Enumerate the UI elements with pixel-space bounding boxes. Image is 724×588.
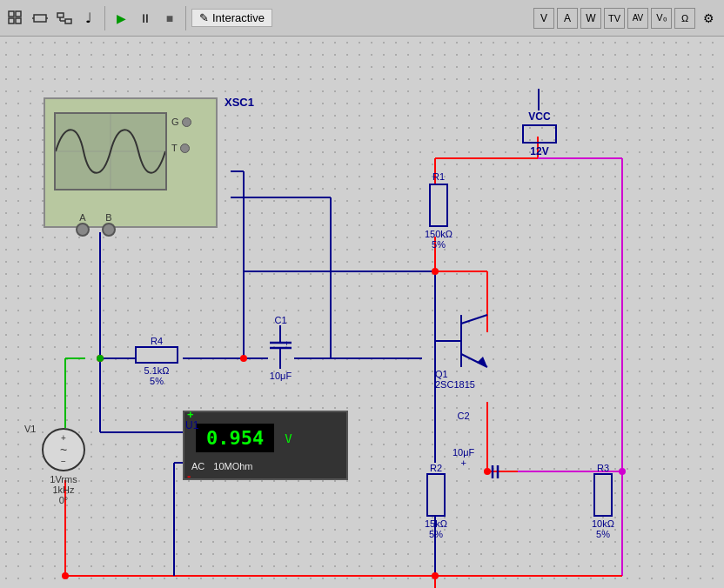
r4-body xyxy=(135,346,178,364)
r4-value: 5.1kΩ xyxy=(135,365,178,376)
c2-value: 10μF xyxy=(452,447,474,458)
v1-vrms: 1Vrms xyxy=(42,474,85,484)
svg-point-59 xyxy=(619,468,626,475)
r3-body xyxy=(593,473,613,517)
xsc1-label: XSC1 xyxy=(225,96,254,109)
svg-point-55 xyxy=(484,468,491,475)
interactive-label: Interactive xyxy=(212,11,265,24)
r3-value: 10kΩ xyxy=(592,518,614,529)
v1-label: V1 xyxy=(24,424,36,434)
xsc1-a-connector[interactable]: A xyxy=(76,212,90,237)
g-connector-dot[interactable] xyxy=(182,117,191,127)
vcc-box xyxy=(522,124,557,144)
svg-point-56 xyxy=(97,355,104,362)
svg-rect-8 xyxy=(65,19,71,23)
xsc1-g-connector[interactable]: G xyxy=(171,117,191,127)
r1-component: R1 150kΩ 5% xyxy=(425,171,452,250)
r2-component: R2 15kΩ 5% xyxy=(425,463,447,539)
u1-display-row: 0.954 V xyxy=(184,412,346,459)
vcc-terminal-line xyxy=(538,89,540,110)
v1-symbol: + ~ − xyxy=(42,428,85,471)
g-label: G xyxy=(171,117,179,127)
u1-minus-terminal: - xyxy=(187,470,191,483)
r3-tolerance: 5% xyxy=(592,529,614,539)
svg-rect-3 xyxy=(16,18,21,23)
c1-label: C1 xyxy=(265,315,296,325)
v1-plus: + xyxy=(61,433,66,443)
r4-tolerance: 5% xyxy=(135,376,178,386)
v1-freq: 1kHz xyxy=(42,484,85,495)
toolbar-gear-icon[interactable]: ⚙ xyxy=(698,8,719,29)
svg-point-58 xyxy=(62,572,69,579)
r1-tolerance: 5% xyxy=(425,239,452,250)
toolbar-v0-icon[interactable]: V₀ xyxy=(651,8,672,29)
q1-symbol xyxy=(435,306,505,376)
toolbar-schematic-icon[interactable] xyxy=(54,8,75,29)
toolbar-v-icon[interactable]: V xyxy=(533,8,554,29)
svg-line-70 xyxy=(461,315,487,324)
waveform-svg xyxy=(56,114,165,189)
toolbar-a-icon[interactable]: A xyxy=(557,8,578,29)
r3-label: R3 xyxy=(592,463,614,473)
r1-body xyxy=(429,184,448,227)
toolbar-right-icons: V A W TV AV V₀ Ω ⚙ xyxy=(533,8,719,29)
toolbar-grid-icon[interactable] xyxy=(5,8,26,29)
v1-phase: 0° xyxy=(42,495,85,505)
r1-label: R1 xyxy=(425,171,452,182)
v1-symbol-inner: + ~ − xyxy=(60,433,67,466)
c2-component: C2 10μF + xyxy=(452,411,474,468)
u1-display-value: 0.954 xyxy=(196,424,274,452)
vcc-label: VCC xyxy=(522,110,557,123)
v1-component: V1 + ~ − 1Vrms 1kHz 0° xyxy=(42,428,85,505)
svg-point-60 xyxy=(97,355,104,362)
u1-label: U1 xyxy=(185,419,198,431)
v1-ac-symbol: ~ xyxy=(60,443,67,457)
circuit-canvas: G T A B XSC1 VCC 12V R1 150kΩ xyxy=(0,37,724,588)
r4-component: R4 5.1kΩ 5% xyxy=(135,336,178,386)
interactive-mode-button[interactable]: ✎ Interactive xyxy=(191,9,272,27)
toolbar-component-icon[interactable] xyxy=(30,8,50,29)
u1-info-row: AC 10MOhm xyxy=(184,459,346,473)
toolbar-pause-icon[interactable]: ⏸ xyxy=(135,8,156,29)
toolbar-w-icon[interactable]: W xyxy=(580,8,601,29)
c2-label: C2 xyxy=(452,411,474,421)
svg-point-53 xyxy=(432,268,439,275)
svg-point-57 xyxy=(432,572,439,579)
toolbar-separator-2 xyxy=(185,6,186,30)
oscilloscope-xsc1[interactable]: G T A B xyxy=(44,97,218,228)
u1-mode: AC xyxy=(191,461,204,471)
xsc1-b-connector[interactable]: B xyxy=(102,212,116,237)
vcc-component: VCC 12V xyxy=(522,110,557,157)
svg-rect-4 xyxy=(34,15,46,22)
u1-voltmeter: 0.954 V AC 10MOhm + - xyxy=(183,411,348,480)
u1-impedance: 10MOhm xyxy=(213,461,252,471)
v1-minus: − xyxy=(61,457,66,466)
svg-rect-1 xyxy=(16,11,21,17)
toolbar-av-icon[interactable]: AV xyxy=(627,8,648,29)
svg-rect-7 xyxy=(57,13,64,17)
toolbar-run-icon[interactable]: ▶ xyxy=(111,8,131,29)
u1-display-unit: V xyxy=(285,431,292,445)
toolbar-music-icon[interactable]: ♩ xyxy=(78,8,99,29)
a-connector-dot[interactable] xyxy=(76,223,90,237)
b-connector-dot[interactable] xyxy=(102,223,116,237)
xsc1-t-connector[interactable]: T xyxy=(171,143,190,153)
t-connector-dot[interactable] xyxy=(180,144,190,153)
a-label: A xyxy=(79,212,85,223)
r3-component: R3 10kΩ 5% xyxy=(592,463,614,539)
c1-symbol: + xyxy=(265,325,296,369)
svg-marker-72 xyxy=(477,357,487,367)
t-label: T xyxy=(171,143,178,153)
c1-component: C1 + 10μF xyxy=(265,315,296,381)
r2-body xyxy=(426,473,446,517)
c2-plus: + xyxy=(452,458,474,468)
svg-point-54 xyxy=(240,355,247,362)
r2-tolerance: 5% xyxy=(425,529,447,539)
q1-component: Q1 2SC1815 xyxy=(435,306,505,390)
toolbar-stop-icon[interactable]: ■ xyxy=(159,8,180,29)
r2-value: 15kΩ xyxy=(425,518,447,529)
toolbar-a0-icon[interactable]: Ω xyxy=(674,8,695,29)
svg-rect-0 xyxy=(9,11,14,17)
toolbar-tv-icon[interactable]: TV xyxy=(604,8,625,29)
r4-label: R4 xyxy=(135,336,178,346)
